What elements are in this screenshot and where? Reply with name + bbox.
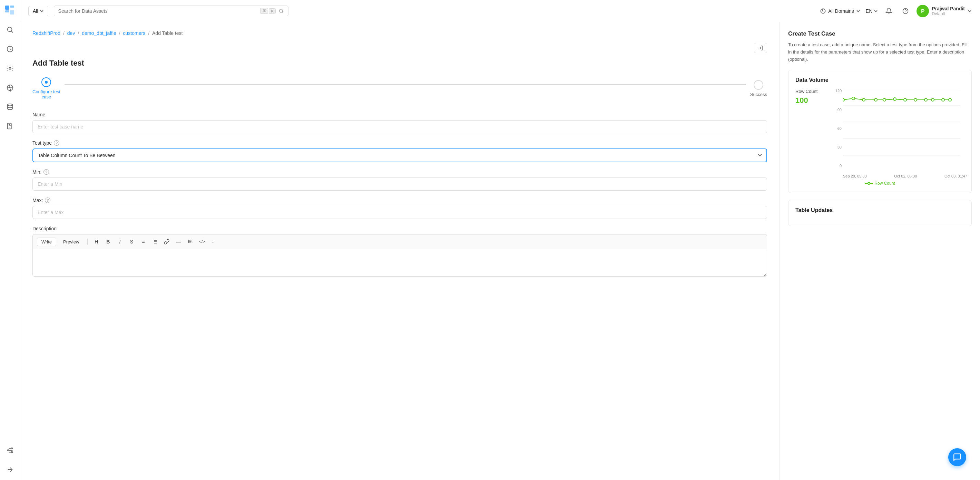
page-title: Add Table test [32, 59, 767, 68]
max-input[interactable] [32, 206, 767, 219]
svg-point-22 [843, 99, 845, 101]
toggle-panel-button[interactable] [754, 43, 767, 53]
toolbar-italic-button[interactable]: I [115, 237, 124, 246]
editor-tab-write[interactable]: Write [37, 238, 56, 246]
editor-tab-preview[interactable]: Preview [59, 238, 83, 246]
domain-selector[interactable]: All Domains [820, 8, 860, 14]
step-line [65, 84, 746, 85]
max-help-icon[interactable]: ? [45, 198, 50, 203]
sidebar-icon-docs[interactable] [4, 120, 16, 132]
search-input[interactable] [58, 8, 258, 14]
step-label-success: Success [750, 92, 767, 97]
toolbar-ordered-list-button[interactable] [150, 237, 159, 246]
min-label: Min: ? [32, 169, 767, 175]
svg-point-24 [862, 99, 865, 101]
min-help-icon[interactable]: ? [43, 169, 49, 175]
name-label: Name [32, 112, 767, 117]
step-success: Success [750, 80, 767, 97]
breadcrumb: RedshiftProd / dev / demo_dbt_jaffle / c… [32, 30, 767, 36]
toolbar-bold-button[interactable]: B [103, 237, 113, 246]
sidebar-icon-insights[interactable] [4, 62, 16, 75]
svg-rect-3 [5, 10, 9, 13]
chart-metric: Row Count 100 [795, 89, 826, 178]
test-type-label: Test type ? [32, 140, 767, 146]
test-type-help-icon[interactable]: ? [54, 140, 59, 146]
description-field-group: Description Write Preview H B I S ≡ [32, 226, 767, 277]
breadcrumb-item-demo[interactable]: demo_dbt_jaffle [82, 30, 116, 36]
chevron-down-icon [856, 9, 860, 13]
all-domains-filter[interactable]: All [28, 6, 48, 16]
svg-point-14 [279, 9, 282, 12]
right-panel: Create Test Case To create a test case, … [780, 22, 980, 480]
toolbar-more-button[interactable]: ··· [209, 237, 218, 246]
sidebar-icon-database[interactable] [4, 101, 16, 113]
chevron-down-icon [874, 9, 878, 13]
toolbar-blockquote-button[interactable]: 66 [186, 237, 195, 246]
topbar-right: All Domains EN P [820, 5, 972, 17]
user-menu[interactable]: P Prajwal Pandit Default [916, 5, 972, 17]
avatar: P [916, 5, 929, 17]
globe-icon [820, 8, 826, 14]
step-circle-1 [41, 77, 51, 87]
toolbar-strikethrough-button[interactable]: S [127, 237, 136, 246]
name-input[interactable] [32, 120, 767, 133]
svg-point-27 [893, 98, 896, 100]
notifications-button[interactable] [883, 6, 894, 17]
step-configure: Configure test case [32, 77, 60, 99]
topbar: All ⌘K All Domains EN [20, 0, 980, 22]
editor-toolbar: Write Preview H B I S ≡ [32, 234, 767, 249]
sidebar-icon-search[interactable] [4, 24, 16, 36]
chat-bubble[interactable] [948, 448, 966, 466]
test-type-select-wrap: Table Column Count To Be Between [32, 148, 767, 162]
toolbar-unordered-list-button[interactable]: ≡ [139, 237, 148, 246]
user-info: Prajwal Pandit Default [932, 6, 965, 16]
line-chart-svg [843, 89, 967, 172]
lang-selector[interactable]: EN [866, 8, 878, 14]
table-updates-card: Table Updates [788, 200, 972, 226]
bell-icon [885, 8, 892, 14]
svg-point-33 [948, 99, 951, 101]
max-field-group: Max: ? [32, 198, 767, 219]
chart-legend: Row Count [795, 181, 964, 186]
description-label: Description [32, 226, 767, 231]
test-type-select[interactable]: Table Column Count To Be Between [32, 148, 767, 162]
chevron-down-icon [967, 9, 972, 13]
metric-value: 100 [795, 96, 826, 105]
svg-rect-2 [10, 6, 14, 8]
search-shortcut: ⌘K [260, 8, 275, 14]
chart-svg-wrap: 120 90 60 30 0 [832, 89, 967, 178]
svg-point-25 [874, 99, 877, 101]
toolbar-heading-button[interactable]: H [92, 237, 101, 246]
sidebar-icon-globe[interactable] [4, 81, 16, 94]
step-label-configure: Configure test case [32, 89, 60, 99]
toolbar-divider-button[interactable]: — [174, 237, 183, 246]
svg-point-32 [942, 99, 945, 101]
sidebar-icon-filter[interactable] [4, 444, 16, 456]
chat-icon [953, 453, 962, 462]
breadcrumb-item-customers[interactable]: customers [123, 30, 146, 36]
svg-rect-4 [10, 10, 14, 14]
panel-description: To create a test case, add a unique name… [788, 41, 972, 63]
panel-title: Create Test Case [788, 30, 972, 37]
search-box[interactable]: ⌘K [54, 6, 288, 16]
breadcrumb-item-dev[interactable]: dev [67, 30, 75, 36]
steps-container: Configure test case Success [32, 77, 767, 99]
svg-point-36 [868, 182, 870, 184]
svg-point-29 [914, 99, 917, 101]
name-field-group: Name [32, 112, 767, 133]
min-input[interactable] [32, 177, 767, 191]
help-button[interactable] [900, 6, 911, 17]
svg-rect-10 [7, 123, 11, 129]
test-type-field-group: Test type ? Table Column Count To Be Bet… [32, 140, 767, 162]
toolbar-link-button[interactable] [162, 237, 171, 246]
sidebar [0, 0, 20, 480]
svg-point-9 [7, 104, 13, 106]
breadcrumb-item-redshift[interactable]: RedshiftProd [32, 30, 60, 36]
description-textarea[interactable] [32, 249, 767, 277]
app-logo[interactable] [4, 4, 16, 17]
toolbar-code-button[interactable]: </> [197, 237, 206, 246]
sidebar-icon-explore[interactable] [4, 43, 16, 55]
table-updates-title: Table Updates [795, 207, 964, 214]
svg-point-13 [11, 452, 13, 453]
sidebar-icon-arrow[interactable] [4, 463, 16, 476]
